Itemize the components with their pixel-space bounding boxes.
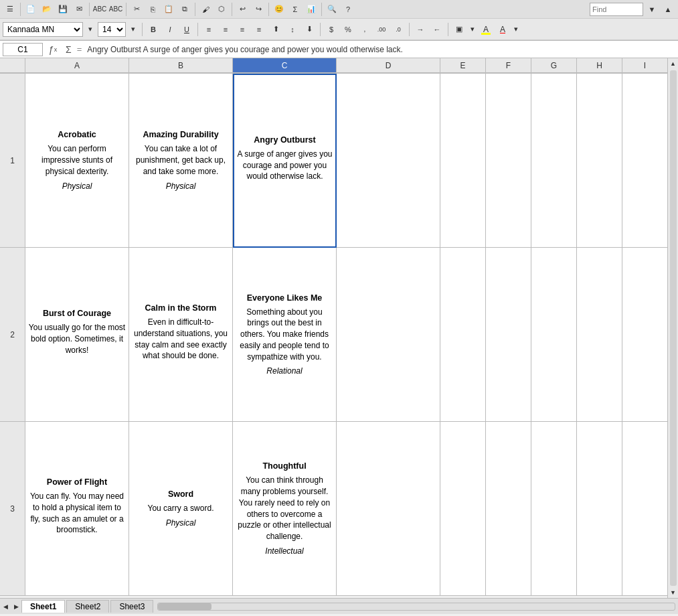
cell-c1[interactable]: Angry Outburst A surge of anger gives yo…	[233, 74, 337, 248]
indent-less-btn[interactable]: ←	[430, 22, 444, 37]
calc-btn[interactable]: Σ	[288, 2, 303, 17]
cell-c3-body: You can think through many problems your…	[236, 475, 333, 542]
chart-btn[interactable]: 📊	[304, 2, 319, 17]
font-size-dropdown-btn[interactable]: ▾	[128, 22, 139, 37]
redo-btn[interactable]: ↪	[251, 2, 266, 17]
formula-bar: C1 ƒx Σ = Angry Outburst A surge of ange…	[0, 41, 678, 58]
copy-btn[interactable]: ⎘	[145, 2, 160, 17]
border-dropdown-btn[interactable]: ▾	[469, 22, 477, 37]
scroll-h-thumb[interactable]	[158, 603, 211, 610]
spellcheck-btn[interactable]: ABC	[92, 2, 107, 17]
sheet-tab-sheet3[interactable]: Sheet3	[110, 600, 153, 613]
cell-g2[interactable]	[531, 248, 577, 422]
decimal-inc-btn[interactable]: .00	[374, 22, 389, 37]
scroll-sheets-left-btn[interactable]: ◀	[0, 601, 11, 612]
open-btn[interactable]: 📂	[39, 2, 54, 17]
align-justify-btn[interactable]: ≡	[252, 22, 266, 37]
sheet-tab-sheet2[interactable]: Sheet2	[66, 600, 109, 613]
thousands-btn[interactable]: ,	[357, 22, 372, 37]
scroll-down-btn[interactable]: ▼	[668, 587, 679, 598]
zoom-btn[interactable]: 🔍	[325, 2, 339, 17]
decimal-dec-btn[interactable]: .0	[391, 22, 406, 37]
email-btn[interactable]: ✉	[72, 2, 86, 17]
bold-btn[interactable]: B	[146, 22, 161, 37]
align-top-btn[interactable]: ⬆	[268, 22, 283, 37]
undo-btn[interactable]: ↩	[235, 2, 250, 17]
cell-h1[interactable]	[577, 74, 622, 248]
cell-f3[interactable]	[486, 422, 531, 596]
font-color-btn[interactable]: A	[495, 22, 510, 37]
scroll-up-btn[interactable]: ▲	[668, 58, 679, 69]
cell-f1[interactable]	[486, 74, 531, 248]
color-dropdown-btn[interactable]: ▾	[512, 22, 520, 37]
cell-i2[interactable]	[622, 248, 667, 422]
find-down-btn[interactable]: ▼	[645, 2, 659, 17]
align-right-btn[interactable]: ≡	[235, 22, 250, 37]
save-btn[interactable]: 💾	[56, 2, 70, 17]
cell-b3[interactable]: Sword You carry a sword. Physical	[129, 422, 233, 596]
cell-d1[interactable]	[337, 74, 440, 248]
cell-d3[interactable]	[337, 422, 440, 596]
cell-f2[interactable]	[486, 248, 531, 422]
col-header-a[interactable]: A	[25, 58, 129, 73]
align-left-btn[interactable]: ≡	[201, 22, 216, 37]
find-up-btn[interactable]: ▲	[661, 2, 675, 17]
italic-btn[interactable]: I	[163, 22, 177, 37]
cell-h3[interactable]	[577, 422, 622, 596]
col-header-f[interactable]: F	[486, 58, 531, 73]
paint-btn[interactable]: 🖌	[198, 2, 213, 17]
help-btn[interactable]: ?	[341, 2, 355, 17]
cell-b1[interactable]: Amazing Durability You can take a lot of…	[129, 74, 233, 248]
cell-a1[interactable]: Acrobatic You can perform impressive stu…	[25, 74, 129, 248]
horizontal-scrollbar[interactable]	[157, 603, 675, 611]
cell-g1[interactable]	[531, 74, 577, 248]
col-header-b[interactable]: B	[129, 58, 233, 73]
font-size-select[interactable]: 14	[98, 22, 126, 37]
cell-i3[interactable]	[622, 422, 667, 596]
underline-btn[interactable]: U	[179, 22, 194, 37]
vertical-scrollbar[interactable]: ▲ ▼	[667, 58, 678, 598]
find-input[interactable]	[590, 3, 643, 16]
currency-btn[interactable]: $	[324, 22, 339, 37]
cell-i1[interactable]	[622, 74, 667, 248]
fill-btn[interactable]: ⬡	[214, 2, 229, 17]
clone-btn[interactable]: ⧉	[177, 2, 192, 17]
cell-e2[interactable]	[440, 248, 486, 422]
cell-d2[interactable]	[337, 248, 440, 422]
cell-b2[interactable]: Calm in the Storm Even in difficult-to-u…	[129, 248, 233, 422]
border-btn[interactable]: ▣	[452, 22, 467, 37]
scroll-sheets-right-btn[interactable]: ▶	[11, 601, 21, 612]
cell-c2[interactable]: Everyone Likes Me Something about you br…	[233, 248, 337, 422]
cell-e1[interactable]	[440, 74, 486, 248]
cell-ref-input[interactable]: C1	[3, 43, 43, 56]
cell-g3[interactable]	[531, 422, 577, 596]
bg-color-btn[interactable]: A	[479, 22, 493, 37]
align-bottom-btn[interactable]: ⬇	[302, 22, 317, 37]
paste-btn[interactable]: 📋	[161, 2, 176, 17]
indent-more-btn[interactable]: →	[413, 22, 428, 37]
col-header-h[interactable]: H	[577, 58, 622, 73]
align-center-btn[interactable]: ≡	[218, 22, 233, 37]
cell-h2[interactable]	[577, 248, 622, 422]
cell-e3[interactable]	[440, 422, 486, 596]
font-dropdown-btn[interactable]: ▾	[85, 22, 96, 37]
col-header-e[interactable]: E	[440, 58, 486, 73]
sheet-tab-sheet1[interactable]: Sheet1	[21, 600, 65, 613]
cut-btn[interactable]: ✂	[129, 2, 144, 17]
spellcheck2-btn[interactable]: ABC	[108, 2, 123, 17]
formula-fn-btn[interactable]: ƒx	[46, 43, 60, 56]
col-header-c[interactable]: C	[233, 58, 337, 73]
menu-btn[interactable]: ☰	[3, 2, 17, 17]
col-header-d[interactable]: D	[337, 58, 440, 73]
font-name-select[interactable]: Kannada MN	[3, 22, 83, 37]
percent-btn[interactable]: %	[341, 22, 355, 37]
cell-c3[interactable]: Thoughtful You can think through many pr…	[233, 422, 337, 596]
new-btn[interactable]: 📄	[23, 2, 38, 17]
col-header-i[interactable]: I	[622, 58, 667, 73]
cell-a2[interactable]: Burst of Courage You usually go for the …	[25, 248, 129, 422]
col-header-g[interactable]: G	[531, 58, 577, 73]
emoji-btn[interactable]: 😊	[272, 2, 286, 17]
cell-a3[interactable]: Power of Flight You can fly. You may nee…	[25, 422, 129, 596]
align-middle-btn[interactable]: ↕	[285, 22, 300, 37]
scroll-thumb[interactable]	[670, 70, 677, 586]
